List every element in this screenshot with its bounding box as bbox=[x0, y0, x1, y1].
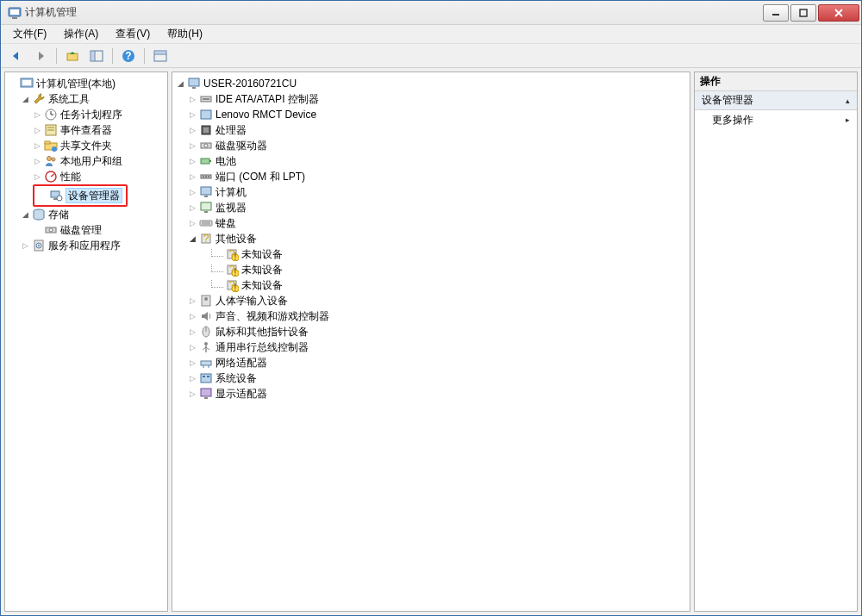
device-category[interactable]: ▷声音、视频和游戏控制器 bbox=[172, 308, 688, 324]
tree-root[interactable]: 计算机管理(本地) bbox=[5, 76, 166, 91]
menu-file[interactable]: 文件(F) bbox=[6, 25, 53, 43]
show-hide-tree-button[interactable] bbox=[86, 47, 107, 65]
tree-label: 系统工具 bbox=[48, 92, 90, 106]
device-item-unknown[interactable]: ?!未知设备 bbox=[172, 262, 688, 277]
device-category[interactable]: ▷显示适配器 bbox=[172, 386, 688, 401]
other-icon: ? bbox=[199, 232, 213, 246]
up-folder-button[interactable] bbox=[62, 47, 83, 65]
svg-point-54 bbox=[208, 176, 209, 177]
minimize-button[interactable] bbox=[763, 4, 789, 22]
tree-label: 事件查看器 bbox=[60, 123, 112, 137]
device-category[interactable]: ▷通用串行总线控制器 bbox=[172, 339, 688, 355]
navigation-tree[interactable]: 计算机管理(本地) ◢ 系统工具 ▷ 任务计划程序 ▷ 事件查看器 bbox=[5, 72, 167, 257]
device-item-unknown[interactable]: ?!未知设备 bbox=[172, 246, 688, 262]
device-category[interactable]: ◢?其他设备 bbox=[172, 231, 688, 246]
expander-icon[interactable]: ▷ bbox=[188, 343, 197, 352]
actions-panel: 操作 设备管理器 ▴ 更多操作 ▸ bbox=[694, 72, 858, 612]
expander-icon[interactable]: ▷ bbox=[188, 358, 197, 368]
expander-icon[interactable]: ▷ bbox=[188, 203, 197, 213]
svg-point-26 bbox=[52, 146, 57, 152]
usb-icon bbox=[199, 340, 213, 354]
actions-more[interactable]: 更多操作 ▸ bbox=[695, 110, 857, 129]
device-category[interactable]: ▷网络适配器 bbox=[172, 355, 688, 370]
svg-rect-41 bbox=[192, 87, 196, 89]
back-button[interactable] bbox=[6, 47, 27, 65]
expander-icon[interactable]: ▷ bbox=[188, 389, 197, 399]
tree-item-task-scheduler[interactable]: ▷ 任务计划程序 bbox=[5, 107, 166, 122]
device-category[interactable]: ▷人体学输入设备 bbox=[172, 293, 688, 308]
expander-icon[interactable]: ▷ bbox=[188, 95, 197, 104]
expander-icon[interactable]: ▷ bbox=[21, 241, 30, 251]
device-category[interactable]: ▷磁盘驱动器 bbox=[172, 138, 688, 153]
tree-item-shared-folders[interactable]: ▷ 共享文件夹 bbox=[5, 138, 166, 153]
expander-icon[interactable]: ▷ bbox=[188, 374, 197, 383]
menu-help[interactable]: 帮助(H) bbox=[160, 25, 209, 43]
menu-view[interactable]: 查看(V) bbox=[109, 25, 157, 43]
svg-rect-10 bbox=[91, 52, 94, 60]
device-category[interactable]: ▷电池 bbox=[172, 153, 688, 169]
expander-icon[interactable]: ▷ bbox=[188, 327, 197, 337]
expander-icon[interactable]: ▷ bbox=[33, 141, 42, 151]
forward-button[interactable] bbox=[30, 47, 51, 65]
tree-group-system-tools[interactable]: ◢ 系统工具 bbox=[5, 91, 166, 107]
ide-icon bbox=[199, 92, 213, 106]
expander-icon[interactable]: ▷ bbox=[188, 126, 197, 135]
expander-icon[interactable]: ▷ bbox=[188, 188, 197, 197]
expander-icon[interactable]: ▷ bbox=[188, 219, 197, 228]
tree-label: 未知设备 bbox=[241, 278, 283, 292]
disk-mgmt-icon bbox=[44, 223, 58, 237]
expander-icon[interactable]: ▷ bbox=[188, 172, 197, 182]
close-button[interactable] bbox=[818, 4, 859, 22]
svg-rect-57 bbox=[201, 202, 211, 210]
expander-icon[interactable]: ▷ bbox=[188, 141, 197, 151]
shared-folder-icon bbox=[44, 139, 58, 152]
tree-group-storage[interactable]: ◢ 存储 bbox=[5, 207, 166, 222]
device-tree[interactable]: ◢ USER-20160721CU ▷IDE ATA/ATAPI 控制器▷Len… bbox=[172, 72, 690, 405]
expander-icon[interactable]: ◢ bbox=[21, 95, 30, 104]
tree-label: 通用串行总线控制器 bbox=[216, 340, 309, 354]
expander-icon[interactable]: ▷ bbox=[33, 110, 42, 120]
maximize-button[interactable] bbox=[790, 4, 816, 22]
performance-icon bbox=[44, 170, 58, 184]
tree-item-device-manager[interactable]: ▷ 设备管理器 bbox=[38, 188, 122, 203]
tree-item-local-users[interactable]: ▷ 本地用户和组 bbox=[5, 153, 166, 169]
device-category[interactable]: ▷计算机 bbox=[172, 184, 688, 200]
tree-item-disk-mgmt[interactable]: ▷ 磁盘管理 bbox=[5, 222, 166, 238]
expander-icon[interactable]: ▷ bbox=[33, 126, 42, 135]
svg-text:?: ? bbox=[203, 233, 209, 245]
expander-icon[interactable]: ◢ bbox=[176, 79, 185, 89]
tree-label: 鼠标和其他指针设备 bbox=[216, 325, 309, 339]
cpu-icon bbox=[199, 123, 213, 137]
device-category[interactable]: ▷端口 (COM 和 LPT) bbox=[172, 169, 688, 184]
expander-icon[interactable]: ▷ bbox=[188, 312, 197, 321]
tree-label: 显示适配器 bbox=[216, 387, 267, 401]
device-category[interactable]: ▷键盘 bbox=[172, 215, 688, 231]
port-icon bbox=[199, 170, 213, 184]
tree-item-event-viewer[interactable]: ▷ 事件查看器 bbox=[5, 122, 166, 138]
actions-section[interactable]: 设备管理器 ▴ bbox=[695, 91, 857, 110]
tree-item-performance[interactable]: ▷ 性能 bbox=[5, 169, 166, 184]
svg-rect-58 bbox=[204, 211, 208, 213]
device-category[interactable]: ▷鼠标和其他指针设备 bbox=[172, 324, 688, 339]
wrench-icon bbox=[32, 92, 46, 106]
properties-button[interactable] bbox=[150, 47, 171, 65]
expander-icon[interactable]: ▷ bbox=[33, 172, 42, 182]
expander-icon[interactable]: ▷ bbox=[188, 157, 197, 166]
expander-icon[interactable]: ▷ bbox=[33, 157, 42, 166]
device-category[interactable]: ▷IDE ATA/ATAPI 控制器 bbox=[172, 91, 688, 107]
expander-icon[interactable]: ▷ bbox=[188, 110, 197, 120]
device-category[interactable]: ▷处理器 bbox=[172, 122, 688, 138]
expander-icon[interactable]: ◢ bbox=[21, 210, 30, 220]
expander-icon[interactable]: ▷ bbox=[188, 296, 197, 306]
device-root[interactable]: ◢ USER-20160721CU bbox=[172, 76, 688, 91]
menu-action[interactable]: 操作(A) bbox=[57, 25, 105, 43]
device-category[interactable]: ▷系统设备 bbox=[172, 370, 688, 386]
tree-label: 电池 bbox=[216, 154, 236, 168]
help-button[interactable]: ? bbox=[118, 47, 139, 65]
device-category[interactable]: ▷Lenovo RMCT Device bbox=[172, 107, 688, 122]
device-category[interactable]: ▷监视器 bbox=[172, 200, 688, 215]
expander-icon[interactable]: ◢ bbox=[188, 234, 197, 244]
tree-group-services[interactable]: ▷ 服务和应用程序 bbox=[5, 238, 166, 253]
device-item-unknown[interactable]: ?!未知设备 bbox=[172, 277, 688, 293]
clock-icon bbox=[44, 108, 58, 121]
